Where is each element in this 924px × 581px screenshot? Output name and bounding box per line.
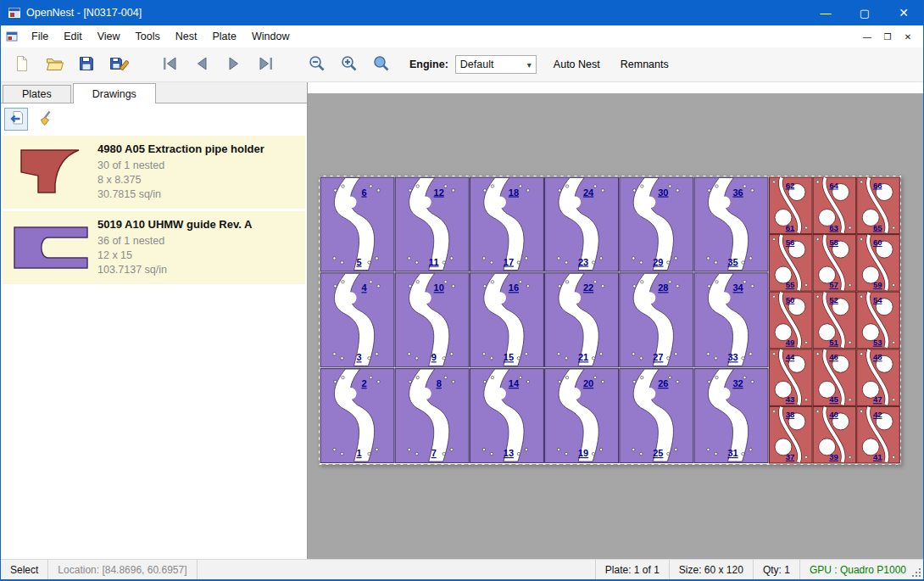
nested-part-pair[interactable]: 6261: [770, 177, 813, 234]
nested-part-pair[interactable]: 2625: [620, 369, 693, 463]
part-label[interactable]: 21: [578, 352, 588, 362]
nested-part-pair[interactable]: 3433: [694, 273, 768, 367]
nested-part-pair[interactable]: 5857: [813, 235, 856, 292]
save-as-button[interactable]: [106, 52, 131, 77]
nest-canvas[interactable]: 6512111817242330293635431091615222128273…: [308, 82, 923, 559]
part-label[interactable]: 61: [786, 223, 795, 232]
part-label[interactable]: 42: [873, 410, 882, 419]
remnants-button[interactable]: Remnants: [617, 57, 672, 72]
part-label[interactable]: 10: [434, 282, 444, 293]
nested-part-pair[interactable]: 2019: [545, 369, 619, 463]
menu-item-file[interactable]: File: [24, 27, 56, 46]
part-label[interactable]: 25: [653, 448, 663, 458]
minimize-button[interactable]: —: [806, 0, 845, 25]
part-label[interactable]: 20: [583, 378, 593, 388]
part-label[interactable]: 35: [727, 257, 738, 267]
part-label[interactable]: 48: [873, 352, 882, 361]
mdi-restore-button[interactable]: ❐: [877, 28, 898, 45]
part-label[interactable]: 66: [873, 181, 882, 190]
drawing-list-item[interactable]: 4980 A05 Extraction pipe holder30 of 1 n…: [3, 136, 305, 209]
part-label[interactable]: 43: [786, 394, 795, 404]
part-label[interactable]: 52: [829, 295, 838, 304]
tab-drawings[interactable]: Drawings: [73, 83, 156, 103]
part-label[interactable]: 45: [829, 394, 838, 404]
menu-item-plate[interactable]: Plate: [204, 27, 244, 46]
part-label[interactable]: 62: [786, 181, 795, 190]
nested-part-pair[interactable]: 109: [395, 273, 469, 367]
part-label[interactable]: 50: [786, 295, 795, 304]
nested-part-pair[interactable]: 5251: [813, 292, 856, 349]
nested-part-pair[interactable]: 6463: [813, 177, 856, 234]
nested-part-pair[interactable]: 3231: [694, 369, 768, 463]
zoom-in-button[interactable]: [337, 52, 362, 77]
part-label[interactable]: 57: [829, 280, 838, 289]
close-button[interactable]: ✕: [884, 0, 923, 25]
part-label[interactable]: 5: [356, 257, 361, 267]
zoom-fit-button[interactable]: [369, 52, 394, 77]
nested-part-pair[interactable]: 4645: [813, 349, 856, 406]
nested-part-pair[interactable]: 1817: [470, 177, 543, 271]
engine-select[interactable]: Default ▾: [455, 55, 537, 74]
menu-item-window[interactable]: Window: [244, 27, 297, 46]
part-label[interactable]: 38: [786, 410, 795, 419]
clean-button[interactable]: [34, 108, 58, 131]
previous-plate-button[interactable]: [189, 52, 214, 77]
nested-part-pair[interactable]: 4241: [857, 406, 900, 463]
part-label[interactable]: 32: [732, 378, 743, 388]
part-label[interactable]: 51: [829, 338, 838, 347]
auto-nest-button[interactable]: Auto Nest: [550, 57, 604, 72]
part-label[interactable]: 40: [829, 410, 838, 419]
part-label[interactable]: 33: [727, 352, 738, 362]
part-label[interactable]: 7: [431, 448, 437, 458]
part-label[interactable]: 24: [583, 187, 594, 198]
refresh-drawings-button[interactable]: [4, 108, 28, 131]
menu-item-nest[interactable]: Nest: [168, 27, 205, 46]
nested-part-pair[interactable]: 1211: [395, 177, 469, 271]
part-label[interactable]: 30: [658, 187, 668, 198]
nested-part-pair[interactable]: 87: [395, 369, 469, 463]
part-label[interactable]: 1: [356, 448, 361, 458]
first-plate-button[interactable]: [157, 52, 182, 77]
part-label[interactable]: 49: [786, 338, 795, 347]
part-label[interactable]: 31: [727, 448, 738, 458]
part-label[interactable]: 19: [578, 448, 588, 458]
part-label[interactable]: 28: [658, 282, 668, 293]
part-label[interactable]: 29: [653, 257, 663, 267]
part-label[interactable]: 65: [873, 223, 882, 232]
part-label[interactable]: 59: [873, 280, 882, 289]
part-label[interactable]: 18: [509, 187, 519, 198]
zoom-out-button[interactable]: [304, 52, 330, 77]
last-plate-button[interactable]: [253, 52, 279, 77]
part-label[interactable]: 53: [873, 338, 882, 347]
part-label[interactable]: 4: [361, 282, 367, 293]
part-label[interactable]: 3: [356, 352, 361, 362]
nested-part-pair[interactable]: 21: [320, 369, 394, 463]
part-label[interactable]: 64: [829, 181, 838, 190]
part-label[interactable]: 34: [732, 282, 743, 293]
nested-part-pair[interactable]: 65: [320, 177, 394, 271]
nested-part-pair[interactable]: 1615: [470, 273, 543, 367]
part-label[interactable]: 37: [786, 452, 795, 461]
nested-part-pair[interactable]: 5453: [857, 292, 900, 349]
new-button[interactable]: [9, 52, 35, 77]
nested-part-pair[interactable]: 2221: [545, 273, 619, 367]
save-button[interactable]: [74, 52, 99, 77]
part-label[interactable]: 60: [873, 237, 882, 247]
part-label[interactable]: 39: [829, 452, 838, 461]
nested-part-pair[interactable]: 5655: [770, 235, 813, 292]
menu-item-tools[interactable]: Tools: [128, 27, 168, 46]
part-label[interactable]: 16: [509, 282, 519, 293]
part-label[interactable]: 12: [434, 187, 444, 198]
nested-part-pair[interactable]: 43: [320, 273, 394, 367]
part-label[interactable]: 26: [658, 378, 668, 388]
part-label[interactable]: 11: [429, 257, 439, 267]
nested-part-pair[interactable]: 3029: [620, 177, 693, 271]
nested-part-pair[interactable]: 3837: [770, 406, 813, 463]
nested-part-pair[interactable]: 4847: [857, 349, 900, 406]
mdi-minimize-button[interactable]: —: [857, 28, 877, 45]
nested-part-pair[interactable]: 1413: [470, 369, 543, 463]
part-label[interactable]: 2: [361, 378, 366, 388]
part-label[interactable]: 6: [361, 187, 366, 198]
maximize-button[interactable]: ▢: [845, 0, 884, 25]
part-label[interactable]: 56: [786, 237, 795, 247]
